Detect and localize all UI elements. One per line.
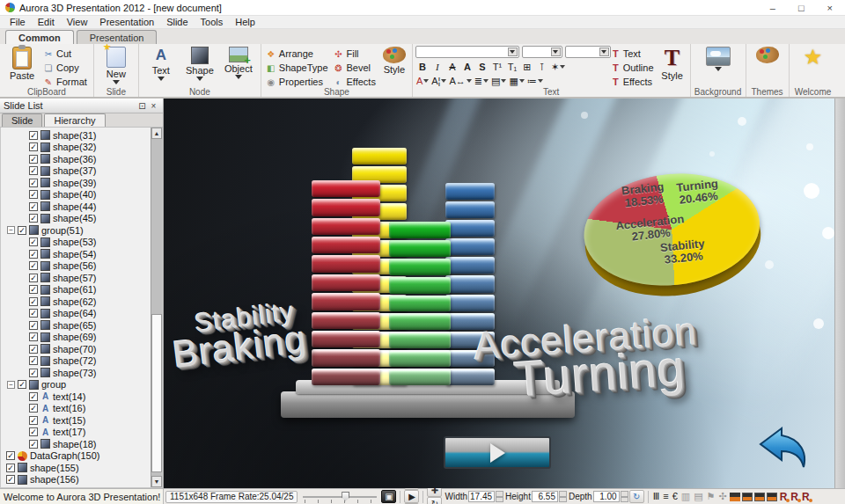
play-button[interactable] — [444, 436, 551, 469]
checkbox[interactable]: ✓ — [29, 166, 38, 175]
minimize-button[interactable]: – — [770, 3, 775, 13]
tree-item-shape-39[interactable]: ✓shape(39) — [1, 177, 151, 189]
tree-item-shape-65[interactable]: ✓shape(65) — [1, 319, 151, 332]
object-tool-2[interactable]: ⚑ — [707, 491, 716, 501]
font-size-select[interactable] — [522, 46, 562, 58]
object-tool-3[interactable]: ✣ — [718, 491, 726, 501]
layout-tool-0[interactable] — [730, 493, 740, 501]
tree-item-shape-57[interactable]: ✓shape(57) — [1, 272, 151, 284]
tab-presentation[interactable]: Presentation — [77, 30, 158, 44]
spin-down-icon[interactable] — [559, 497, 567, 503]
layout-tool-1[interactable] — [742, 493, 753, 501]
tab-slide[interactable]: Slide — [2, 113, 42, 127]
object-tool-0[interactable]: ▥ — [681, 491, 690, 501]
checkbox[interactable]: ✓ — [29, 356, 38, 365]
text-effects-button[interactable]: TEffects — [613, 76, 654, 88]
refresh-button[interactable]: ↻ — [629, 490, 644, 503]
menu-tools[interactable]: Tools — [195, 17, 230, 27]
menu-slide[interactable]: Slide — [160, 17, 194, 27]
tree-item-shape-18[interactable]: ✓shape(18) — [1, 438, 151, 450]
tree-item-datagraph-150[interactable]: ✓DataGraph(150) — [1, 450, 151, 463]
text-format-button2-4[interactable]: ▤ — [490, 75, 507, 88]
cut-button[interactable]: ✂Cut — [43, 47, 87, 60]
bevel-button[interactable]: ❂Bevel — [334, 62, 376, 74]
tree-item-shape-31[interactable]: ✓shape(31) — [1, 129, 151, 142]
checkbox[interactable]: ✓ — [29, 155, 38, 164]
paste-button[interactable]: Paste — [3, 46, 41, 81]
reset-rotation-x-button[interactable]: R — [780, 491, 788, 503]
checkbox[interactable]: ✓ — [29, 297, 38, 306]
text-format-button-5[interactable]: T¹ — [490, 61, 504, 74]
tree-scrollbar[interactable]: ▲ ▼ — [151, 128, 162, 487]
collapse-icon[interactable]: − — [7, 226, 15, 234]
text-outline-button[interactable]: TOutline — [613, 62, 654, 74]
properties-button[interactable]: ◉Properties — [266, 76, 328, 88]
tab-common[interactable]: Common — [5, 30, 74, 44]
checkbox[interactable]: ✓ — [29, 332, 38, 341]
tree-item-shape-72[interactable]: ✓shape(72) — [1, 355, 151, 368]
rotate-tool[interactable]: ↻ — [427, 497, 442, 504]
checkbox[interactable]: ✓ — [18, 226, 26, 235]
render-mode-button[interactable]: ▣ — [381, 490, 396, 503]
tree-item-text-14[interactable]: ✓Atext(14) — [1, 391, 151, 403]
shapetype-button[interactable]: ◧ShapeType — [266, 62, 328, 74]
text-format-button2-2[interactable]: A↔ — [448, 75, 472, 88]
tree-item-shape-61[interactable]: ✓shape(61) — [1, 284, 151, 296]
text-format-button-4[interactable]: S — [475, 61, 489, 74]
tree-item-text-16[interactable]: ✓Atext(16) — [1, 403, 151, 415]
font-style-select[interactable] — [565, 46, 611, 58]
text-format-button2-0[interactable]: A — [415, 75, 430, 88]
checkbox[interactable]: ✓ — [18, 380, 26, 389]
tree-item-shape-64[interactable]: ✓shape(64) — [1, 308, 151, 320]
green-tower[interactable] — [389, 222, 451, 385]
collapse-icon[interactable]: − — [7, 381, 15, 389]
new-slide-button[interactable]: New — [97, 46, 136, 84]
text-style-button[interactable]: T Style — [658, 46, 687, 81]
3d-text-turning[interactable]: Turning — [512, 339, 687, 407]
spinner-buttons[interactable] — [621, 491, 628, 502]
checkbox[interactable]: ✓ — [29, 416, 38, 425]
menu-presentation[interactable]: Presentation — [93, 17, 160, 27]
font-family-select[interactable] — [415, 46, 519, 58]
tree-item-shape-37[interactable]: ✓shape(37) — [1, 165, 151, 178]
checkbox[interactable]: ✓ — [29, 285, 38, 294]
checkbox[interactable]: ✓ — [29, 250, 38, 259]
float-panel-icon[interactable]: ⊡ — [136, 101, 148, 111]
height-value-input[interactable]: 6.55 — [532, 491, 558, 502]
checkbox[interactable]: ✓ — [29, 392, 38, 401]
checkbox[interactable]: ✓ — [29, 369, 38, 377]
depth-value-input[interactable]: 1.00 — [593, 491, 620, 502]
text-format-button2-5[interactable]: ▦ — [508, 75, 525, 88]
object-node-button[interactable]: Object — [219, 46, 258, 79]
tree-item-text-15[interactable]: ✓Atext(15) — [1, 414, 151, 427]
text-format-button-6[interactable]: T₁ — [505, 61, 519, 74]
text-text-button[interactable]: TText — [613, 47, 654, 60]
align-tool-2[interactable]: € — [672, 491, 678, 501]
back-arrow-icon[interactable] — [755, 422, 812, 477]
text-node-button[interactable]: AText — [142, 46, 180, 81]
checkbox[interactable]: ✓ — [29, 202, 38, 211]
text-format-button-1[interactable]: I — [430, 61, 445, 74]
welcome-button[interactable]: ★ — [792, 46, 834, 68]
themes-button[interactable] — [749, 46, 786, 63]
checkbox[interactable]: ✓ — [6, 451, 15, 460]
tree-item-shape-73[interactable]: ✓shape(73) — [1, 367, 151, 379]
tree-item-group-51[interactable]: −✓group(51) — [1, 224, 151, 237]
checkbox[interactable]: ✓ — [29, 427, 38, 436]
presentation-canvas[interactable]: Stability Braking Acceleration Turning T… — [164, 99, 834, 488]
checkbox[interactable]: ✓ — [29, 237, 38, 246]
close-panel-icon[interactable]: × — [148, 101, 159, 111]
tree-item-text-17[interactable]: ✓Atext(17) — [1, 427, 151, 439]
tree-item-shape-156[interactable]: ✓shape(156) — [1, 474, 151, 486]
copy-button[interactable]: ❏Copy — [43, 62, 87, 74]
text-format-button-8[interactable]: ⊺ — [535, 61, 549, 74]
tree-item-shape-53[interactable]: ✓shape(53) — [1, 237, 151, 249]
tree-item-shape-44[interactable]: ✓shape(44) — [1, 201, 151, 213]
layout-tool-2[interactable] — [754, 493, 765, 501]
checkbox[interactable]: ✓ — [6, 464, 15, 472]
width-value-input[interactable]: 17.45 — [468, 491, 495, 502]
tree-item-shape-155[interactable]: ✓shape(155) — [1, 462, 151, 474]
arrange-button[interactable]: ❖Arrange — [266, 47, 328, 60]
3d-text-braking[interactable]: Braking — [171, 318, 310, 376]
checkbox[interactable]: ✓ — [29, 345, 38, 354]
